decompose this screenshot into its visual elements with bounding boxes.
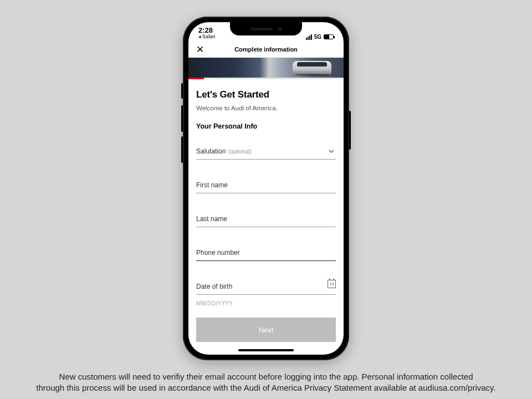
back-app-label: Safari (202, 34, 216, 40)
calendar-icon[interactable]: 15 (328, 280, 336, 288)
phone-label: Phone number (196, 249, 240, 257)
notch (230, 22, 302, 35)
status-time: 2:28 (198, 27, 216, 34)
first-name-label: First name (196, 181, 228, 189)
form-content: Let's Get Started Welcome to Audi of Ame… (188, 79, 344, 342)
battery-icon (324, 34, 334, 39)
phone-frame: 2:28 ◂ Safari 5G ✕ Complete information (183, 17, 349, 360)
close-icon[interactable]: ✕ (196, 45, 204, 54)
phone-field[interactable]: Phone number (196, 247, 336, 261)
dob-placeholder: MM/DD/YYYY (196, 300, 336, 306)
network-label: 5G (314, 34, 321, 40)
hero-image (188, 58, 344, 78)
dob-field[interactable]: Date of birth 15 (196, 281, 336, 295)
navbar: ✕ Complete information (188, 41, 344, 58)
caption-line: through this process will be used in acc… (11, 382, 521, 393)
caption-line: New customers will need to verifiy their… (11, 371, 521, 382)
next-button[interactable]: Next (196, 318, 336, 342)
section-title: Your Personal Info (196, 122, 336, 130)
home-indicator[interactable] (238, 349, 294, 351)
back-chevron-icon: ◂ (198, 34, 201, 40)
car-illustration (293, 61, 331, 74)
dob-label: Date of birth (196, 283, 232, 290)
chevron-down-icon (328, 147, 335, 157)
screen: 2:28 ◂ Safari 5G ✕ Complete information (188, 22, 344, 355)
side-button (181, 136, 183, 163)
first-name-field[interactable]: First name (196, 180, 336, 193)
side-button (181, 83, 183, 99)
page-title: Let's Get Started (196, 89, 336, 100)
salutation-field[interactable]: Salutation (optional) (196, 146, 336, 160)
page-subtitle: Welcome to Audi of America. (196, 105, 336, 111)
salutation-label: Salutation (196, 147, 226, 155)
side-button (181, 105, 183, 132)
last-name-label: Last name (196, 215, 227, 223)
caption-text: New customers will need to verifiy their… (0, 371, 532, 394)
back-to-app[interactable]: ◂ Safari (198, 34, 216, 40)
signal-bars-icon (306, 34, 312, 40)
salutation-hint: (optional) (228, 149, 252, 155)
navbar-title: Complete information (234, 46, 298, 53)
last-name-field[interactable]: Last name (196, 213, 336, 227)
side-button (349, 111, 351, 150)
